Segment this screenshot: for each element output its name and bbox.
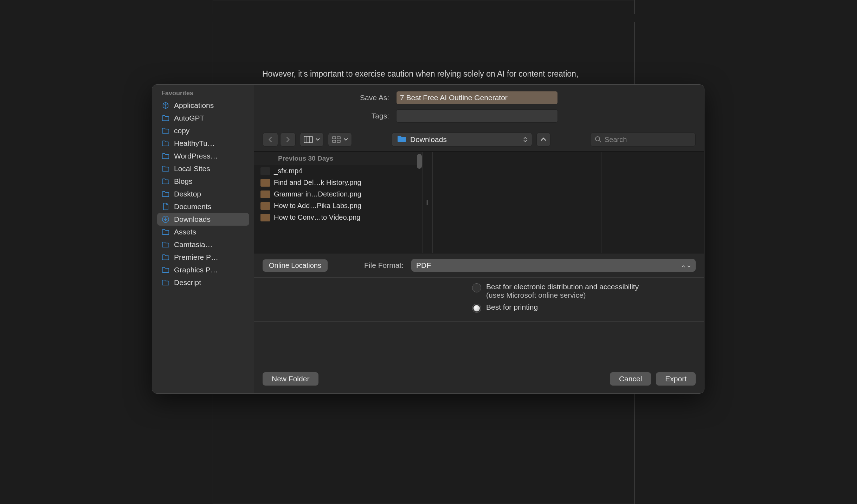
video-file-icon [260,167,270,175]
view-columns-button[interactable] [300,133,324,147]
folder-icon [161,164,170,173]
sidebar-item-assets[interactable]: Assets [157,226,249,238]
file-name: _sfx.mp4 [274,167,302,175]
sidebar-item-camtasia-[interactable]: Camtasia… [157,238,249,251]
sidebar-item-label: Camtasia… [174,240,213,249]
folder-icon [161,278,170,287]
radio-button[interactable] [472,304,481,313]
svg-rect-6 [333,140,336,142]
sidebar-item-label: Premiere P… [174,253,218,261]
sidebar-item-label: Applications [174,101,214,110]
sidebar-item-label: Local Sites [174,164,210,173]
cancel-button[interactable]: Cancel [610,372,651,386]
group-header: Previous 30 Days [254,152,423,165]
sidebar-item-premiere-p-[interactable]: Premiere P… [157,251,249,264]
browser-column-2[interactable] [433,152,601,253]
file-format-value: PDF [416,261,431,270]
sidebar-item-label: Graphics P… [174,266,218,274]
file-name: How to Add…Pika Labs.png [274,202,361,210]
folder-icon [161,177,170,186]
radio-sublabel: (uses Microsoft online service) [486,291,639,299]
radio-best-for-printing[interactable]: Best for printing [472,303,696,313]
folder-icon [161,139,170,148]
stepper-icon [682,261,691,270]
nav-forward-button[interactable] [280,133,296,147]
file-name: How to Conv…to Video.png [274,213,360,221]
file-row[interactable]: How to Conv…to Video.png [254,212,423,223]
sidebar-item-label: HealthyTu… [174,139,215,148]
image-file-icon [260,179,270,187]
chevron-down-icon [316,138,320,141]
file-row[interactable]: Find and Del…k History.png [254,177,423,188]
doc-icon [161,202,170,211]
apps-icon [161,101,170,110]
sidebar: Favourites ApplicationsAutoGPTcopyHealth… [152,85,254,393]
sidebar-item-documents[interactable]: Documents [157,200,249,213]
file-format-label: File Format: [364,261,404,270]
file-row[interactable]: How to Add…Pika Labs.png [254,200,423,212]
sidebar-item-label: Documents [174,202,211,211]
svg-line-9 [599,141,601,142]
file-name: Find and Del…k History.png [274,179,361,187]
save-as-label: Save As: [263,93,389,102]
radio-label: Best for electronic distribution and acc… [486,283,639,291]
sidebar-item-downloads[interactable]: Downloads [157,213,249,226]
collapse-button[interactable] [536,133,550,147]
file-format-select[interactable]: PDF [411,259,696,272]
browser-column-3[interactable] [601,152,704,253]
file-browser: Previous 30 Days _sfx.mp4Find and Del…k … [254,151,704,253]
search-field[interactable]: Search [590,133,696,147]
svg-point-8 [595,137,600,141]
stepper-icon [523,137,527,142]
sidebar-item-local-sites[interactable]: Local Sites [157,162,249,175]
scrollbar-thumb[interactable] [417,154,422,169]
sidebar-item-label: Downloads [174,215,211,224]
save-as-input[interactable] [396,91,558,104]
sidebar-item-graphics-p-[interactable]: Graphics P… [157,264,249,276]
radio-button[interactable] [472,283,481,292]
file-row[interactable]: Grammar in…Detection.png [254,188,423,200]
sidebar-item-label: Desktop [174,190,201,198]
online-locations-button[interactable]: Online Locations [263,259,328,272]
sidebar-item-healthytu-[interactable]: HealthyTu… [157,137,249,150]
radio-label: Best for printing [486,303,538,311]
folder-icon [161,253,170,261]
sidebar-item-copy[interactable]: copy [157,124,249,137]
group-by-button[interactable] [328,133,352,147]
sidebar-item-desktop[interactable]: Desktop [157,188,249,200]
export-button[interactable]: Export [656,372,696,386]
sidebar-item-label: WordPress… [174,152,218,160]
image-file-icon [260,202,270,210]
folder-icon [161,228,170,236]
file-row[interactable]: _sfx.mp4 [254,165,423,177]
sidebar-item-blogs[interactable]: Blogs [157,175,249,188]
sidebar-item-label: AutoGPT [174,114,204,122]
file-name: Grammar in…Detection.png [274,190,361,198]
folder-icon [161,152,170,160]
location-label: Downloads [410,135,447,144]
sidebar-item-label: Assets [174,228,196,236]
search-placeholder: Search [605,136,627,144]
new-folder-button[interactable]: New Folder [263,372,318,386]
location-popup[interactable]: Downloads [392,133,532,147]
folder-icon [397,135,407,144]
svg-rect-4 [333,137,336,139]
column-splitter[interactable]: ‖ [423,152,433,253]
sidebar-item-autogpt[interactable]: AutoGPT [157,112,249,124]
svg-rect-1 [304,136,312,143]
sidebar-item-label: Blogs [174,177,193,186]
sidebar-item-descript[interactable]: Descript [157,276,249,289]
tags-input[interactable] [396,109,558,123]
chevron-down-icon [344,138,348,141]
browser-column-1[interactable]: Previous 30 Days _sfx.mp4Find and Del…k … [254,152,423,253]
download-icon [161,215,170,224]
nav-back-button[interactable] [263,133,278,147]
image-file-icon [260,190,270,198]
sidebar-item-wordpress-[interactable]: WordPress… [157,150,249,162]
radio-electronic-distribution[interactable]: Best for electronic distribution and acc… [472,283,696,299]
sidebar-item-applications[interactable]: Applications [157,99,249,112]
folder-icon [161,266,170,274]
sidebar-heading: Favourites [157,88,249,99]
search-icon [595,136,602,143]
svg-rect-5 [337,137,340,139]
